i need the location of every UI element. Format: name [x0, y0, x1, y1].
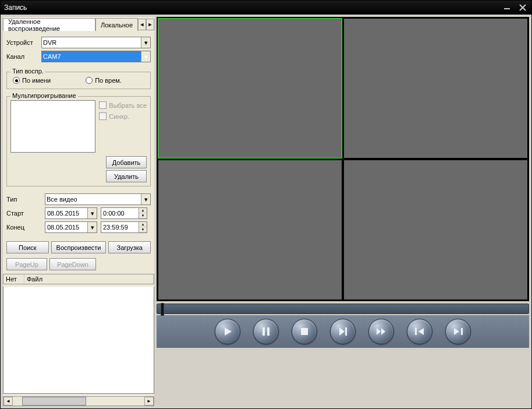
svg-rect-8 — [461, 328, 463, 335]
video-cell-3[interactable] — [158, 160, 342, 300]
chevron-down-icon: ▾ — [141, 37, 150, 48]
chevron-down-icon: ▾ — [141, 194, 150, 204]
spin-down-icon[interactable]: ▼ — [139, 227, 147, 232]
tab-bar: Удаленное воспроизведение Локальное ◄ ► — [3, 17, 154, 32]
chevron-down-icon: ▾ — [87, 222, 97, 232]
skip-previous-button[interactable] — [407, 319, 432, 344]
radio-icon — [86, 77, 93, 84]
checkbox-sync[interactable]: Синхр. — [99, 112, 147, 120]
channel-label: Канал — [6, 53, 39, 60]
end-date-value: 08.05.2015 — [47, 224, 79, 231]
pause-control-button[interactable] — [253, 319, 279, 344]
end-time-value: 23:59:59 — [103, 224, 128, 231]
radio-by-time[interactable]: По врем. — [86, 77, 122, 84]
playback-controls — [157, 315, 529, 348]
radio-icon — [13, 77, 20, 84]
search-button[interactable]: Поиск — [6, 241, 49, 253]
stop-icon — [299, 326, 310, 337]
timeline-slider[interactable] — [157, 304, 529, 314]
checkbox-icon — [99, 112, 107, 120]
channel-dropdown[interactable]: CAM7 ▾ — [41, 51, 151, 62]
svg-rect-5 — [301, 328, 308, 335]
footer-space — [157, 348, 529, 406]
titlebar: Запись — [1, 1, 531, 15]
app-window: Запись Удаленное воспроизведение Локальн… — [0, 0, 532, 409]
download-button[interactable]: Загрузка — [108, 241, 151, 253]
skip-prev-icon — [414, 326, 425, 337]
start-time-value: 0:00:00 — [103, 210, 125, 217]
col-no[interactable]: Нет — [3, 274, 24, 284]
tab-local-playback[interactable]: Локальное — [95, 18, 138, 31]
close-button[interactable] — [517, 3, 528, 12]
horizontal-scrollbar[interactable]: ◄ ► — [3, 396, 154, 406]
checkbox-icon — [99, 101, 107, 109]
device-value: DVR — [43, 39, 56, 46]
svg-rect-6 — [345, 327, 347, 336]
tab-scroll-left[interactable]: ◄ — [138, 19, 146, 30]
device-label: Устройст — [6, 39, 39, 46]
pagedown-button[interactable]: PageDown — [49, 258, 96, 270]
chevron-down-icon: ▾ — [141, 51, 150, 62]
playback-type-group: Тип воспр. По имени По врем. — [6, 72, 151, 89]
type-dropdown[interactable]: Все видео ▾ — [45, 193, 151, 205]
fast-forward-button[interactable] — [368, 319, 394, 344]
spin-down-icon[interactable]: ▼ — [139, 213, 147, 218]
checkbox-select-all[interactable]: Выбрать все — [99, 101, 147, 109]
col-file[interactable]: Файл — [24, 274, 154, 284]
scroll-left-icon[interactable]: ◄ — [3, 397, 13, 406]
tab-scroll-right[interactable]: ► — [146, 19, 154, 30]
start-time-spinner[interactable]: 0:00:00 ▲▼ — [101, 207, 147, 219]
device-dropdown[interactable]: DVR ▾ — [41, 37, 151, 48]
channel-value: CAM7 — [43, 53, 61, 60]
type-value: Все видео — [47, 196, 77, 203]
select-all-label: Выбрать все — [109, 102, 147, 109]
svg-rect-0 — [504, 8, 510, 9]
minimize-button[interactable] — [502, 3, 513, 12]
tab-remote-playback[interactable]: Удаленное воспроизведение — [3, 18, 95, 31]
video-grid — [157, 17, 529, 301]
spin-up-icon[interactable]: ▲ — [139, 222, 147, 227]
skip-next-icon — [452, 326, 464, 337]
radio-by-name-label: По имени — [22, 77, 51, 84]
timeline-handle[interactable] — [161, 303, 164, 316]
window-title: Запись — [4, 3, 27, 12]
sync-label: Синхр. — [109, 113, 129, 120]
fast-forward-icon — [375, 326, 387, 337]
radio-by-name[interactable]: По имени — [13, 77, 51, 84]
end-time-spinner[interactable]: 23:59:59 ▲▼ — [101, 221, 147, 233]
sidebar: Удаленное воспроизведение Локальное ◄ ► … — [3, 17, 154, 406]
file-list[interactable] — [3, 287, 154, 394]
delete-button[interactable]: Удалить — [106, 170, 147, 182]
svg-rect-7 — [415, 328, 417, 335]
step-icon — [337, 326, 349, 337]
pageup-button[interactable]: PageUp — [6, 258, 47, 270]
multiplay-title: Мультипроигрывание — [10, 92, 78, 99]
skip-next-button[interactable] — [445, 319, 471, 344]
main-area — [157, 17, 529, 406]
end-date-picker[interactable]: 08.05.2015 ▾ — [45, 221, 97, 233]
playback-type-title: Тип воспр. — [10, 68, 45, 75]
scroll-thumb[interactable] — [22, 397, 86, 406]
start-label: Старт — [6, 210, 41, 217]
chevron-down-icon: ▾ — [87, 208, 97, 218]
video-cell-1[interactable] — [158, 18, 342, 158]
end-label: Конец — [6, 224, 41, 231]
start-date-value: 08.05.2015 — [47, 210, 79, 217]
multiplay-list[interactable] — [10, 100, 95, 153]
step-forward-button[interactable] — [330, 319, 356, 344]
add-button[interactable]: Добавить — [106, 156, 147, 168]
play-button[interactable]: Воспроизвести — [51, 241, 107, 253]
svg-rect-4 — [267, 327, 269, 336]
multiplay-group: Мультипроигрывание Выбрать все Синхр. — [6, 96, 151, 186]
play-control-button[interactable] — [215, 319, 240, 344]
start-date-picker[interactable]: 08.05.2015 ▾ — [45, 207, 97, 219]
play-icon — [222, 326, 233, 337]
spin-up-icon[interactable]: ▲ — [139, 208, 147, 213]
video-cell-2[interactable] — [343, 18, 528, 158]
video-cell-4[interactable] — [343, 160, 528, 300]
radio-by-time-label: По врем. — [95, 77, 122, 84]
file-table-header: Нет Файл — [3, 274, 154, 284]
type-label: Тип — [6, 196, 41, 203]
stop-control-button[interactable] — [292, 319, 317, 344]
scroll-right-icon[interactable]: ► — [144, 397, 154, 406]
